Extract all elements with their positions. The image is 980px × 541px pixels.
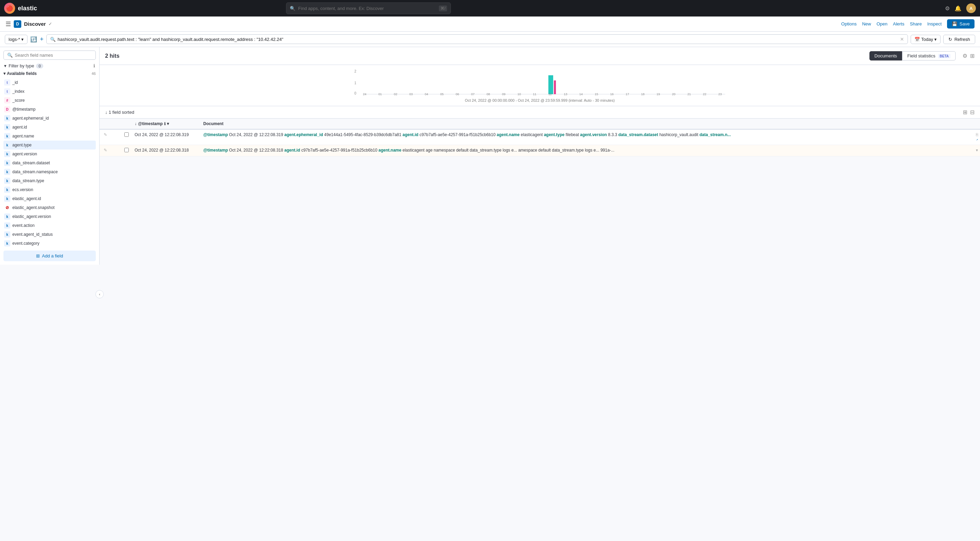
beta-badge: BETA [938, 54, 950, 58]
list-item[interactable]: ⊘ elastic_agent.snapshot [3, 203, 96, 212]
new-link[interactable]: New [862, 21, 871, 27]
th-timestamp[interactable]: ↓ @timestamp ℹ ▾ [130, 118, 199, 129]
field-search-input[interactable] [15, 53, 92, 58]
view-icons: ⚙ ⊞ [963, 53, 975, 59]
options-link[interactable]: Options [841, 21, 857, 27]
table-row: ✎ Oct 24, 2022 @ 12:22:08.319 @timestamp [100, 129, 980, 145]
info-icon[interactable]: ℹ [94, 63, 95, 69]
copy-icon[interactable]: ⎘ [976, 132, 978, 137]
global-search[interactable]: 🔍 ⌘/ [286, 2, 451, 14]
alerts-link[interactable]: Alerts [893, 21, 904, 27]
filter-type-row: ▾ Filter by type 0 ℹ [3, 63, 96, 69]
columns-icon[interactable]: ⊞ [970, 53, 975, 59]
list-item[interactable]: # _score [3, 96, 96, 105]
filter-type-label[interactable]: ▾ Filter by type 0 [4, 63, 43, 69]
row-checkbox[interactable] [124, 132, 129, 137]
gear-icon[interactable]: ⚙ [945, 5, 950, 12]
sort-label: ↓ 1 field sorted [105, 110, 134, 115]
field-name: elastic_agent.id [12, 196, 41, 201]
field-name: elastic_agent.snapshot [12, 205, 55, 210]
list-item[interactable]: k event.agent_id_status [3, 230, 96, 239]
settings-icon[interactable]: ⚙ [963, 53, 967, 59]
sidebar-collapse-button[interactable]: ‹ [95, 290, 104, 298]
refresh-button[interactable]: ↻ Refresh [943, 35, 975, 44]
edit-icon[interactable]: ✎ [104, 132, 107, 137]
global-search-input[interactable] [298, 6, 436, 11]
svg-text:1: 1 [354, 81, 356, 85]
save-button[interactable]: 💾 Save [947, 19, 975, 29]
field-name: event.agent_id_status [12, 232, 52, 237]
inspect-link[interactable]: Inspect [927, 21, 942, 27]
field-name: agent.id [12, 125, 27, 129]
svg-text:06: 06 [456, 93, 459, 96]
sort-timestamp[interactable]: ↓ @timestamp ℹ ▾ [135, 121, 195, 126]
list-item[interactable]: k agent.version [3, 150, 96, 158]
calendar-icon: 📅 [915, 37, 920, 42]
svg-text:19: 19 [657, 93, 660, 96]
th-controls [100, 118, 120, 129]
hamburger-menu[interactable]: ☰ [5, 20, 11, 28]
add-field-button[interactable]: ⊞ Add a field [3, 251, 96, 261]
check-icon: ✓ [48, 21, 52, 27]
expand-row-icon[interactable]: ▾ [976, 148, 978, 153]
list-item[interactable]: k data_stream.namespace [3, 168, 96, 176]
view-tabs: Documents Field statistics BETA [869, 51, 956, 61]
tab-documents[interactable]: Documents [869, 51, 902, 61]
field-name: ecs.version [12, 187, 33, 192]
field-type-icon: k [4, 222, 10, 228]
field-type-icon: k [4, 169, 10, 175]
list-item[interactable]: k agent.ephemeral_id [3, 114, 96, 123]
timestamp-value: Oct 24, 2022 @ 12:22:08.319 [135, 132, 189, 137]
avatar[interactable]: A [966, 3, 976, 13]
sort-icons: ⊞ ⊟ [963, 109, 975, 115]
list-item[interactable]: k data_stream.type [3, 176, 96, 185]
list-item[interactable]: k elastic_agent.version [3, 212, 96, 221]
list-item[interactable]: k agent.id [3, 123, 96, 132]
field-type-icon: t [4, 88, 10, 94]
open-link[interactable]: Open [877, 21, 888, 27]
filter-icons: ℹ [94, 63, 95, 69]
chart-label: Oct 24, 2022 @ 00:00:00.000 - Oct 24, 20… [105, 98, 975, 102]
sort-down-icon: ↓ [105, 110, 108, 115]
field-type-icon: k [4, 142, 10, 148]
field-name: _id [12, 80, 18, 85]
list-item[interactable]: t _index [3, 87, 96, 96]
field-name: @timestamp [12, 107, 36, 112]
row-expand-cell: ▾ [972, 145, 980, 156]
list-item[interactable]: k agent.name [3, 132, 96, 140]
list-item[interactable]: k event.action [3, 221, 96, 230]
list-item[interactable]: k agent.type [3, 140, 96, 150]
filter-icon[interactable]: 🔃 [30, 36, 37, 43]
share-link[interactable]: Share [910, 21, 922, 27]
svg-text:10: 10 [517, 93, 521, 96]
list-item[interactable]: D @timestamp [3, 105, 96, 114]
svg-text:0: 0 [354, 91, 356, 95]
logo: 🔴 elastic [4, 3, 37, 14]
expand-icon[interactable]: ↗ [976, 137, 978, 142]
index-selector[interactable]: logs-* ▾ [5, 35, 27, 44]
list-item[interactable]: k data_stream.dataset [3, 158, 96, 168]
results-table: ↓ @timestamp ℹ ▾ Document [100, 118, 980, 156]
row-checkbox[interactable] [124, 148, 129, 152]
list-item[interactable]: k elastic_agent.id [3, 194, 96, 203]
add-filter-icon[interactable]: + [40, 36, 44, 43]
bell-icon[interactable]: 🔔 [955, 5, 961, 12]
list-item[interactable]: t _id [3, 78, 96, 87]
field-type-icon: k [4, 133, 10, 139]
svg-text:13: 13 [564, 93, 567, 96]
table-row: ✎ Oct 24, 2022 @ 12:22:08.318 @timestamp [100, 145, 980, 156]
date-selector[interactable]: 📅 Today ▾ [911, 35, 941, 44]
field-name: agent.type [12, 143, 32, 147]
query-input[interactable] [58, 37, 898, 42]
clear-query-button[interactable]: ✕ [900, 37, 904, 42]
tab-field-statistics[interactable]: Field statistics BETA [902, 51, 956, 61]
columns-icon[interactable]: ⊟ [970, 109, 975, 115]
save-icon: 💾 [952, 21, 957, 27]
main-layout: 🔍 ▾ Filter by type 0 ℹ [0, 47, 980, 541]
list-item[interactable]: k event.category [3, 239, 96, 248]
field-name: data_stream.namespace [12, 169, 58, 174]
edit-icon[interactable]: ✎ [104, 148, 107, 153]
grid-icon[interactable]: ⊞ [963, 109, 967, 115]
available-fields-header[interactable]: ▾ Available fields 46 [3, 71, 96, 76]
list-item[interactable]: k ecs.version [3, 185, 96, 194]
